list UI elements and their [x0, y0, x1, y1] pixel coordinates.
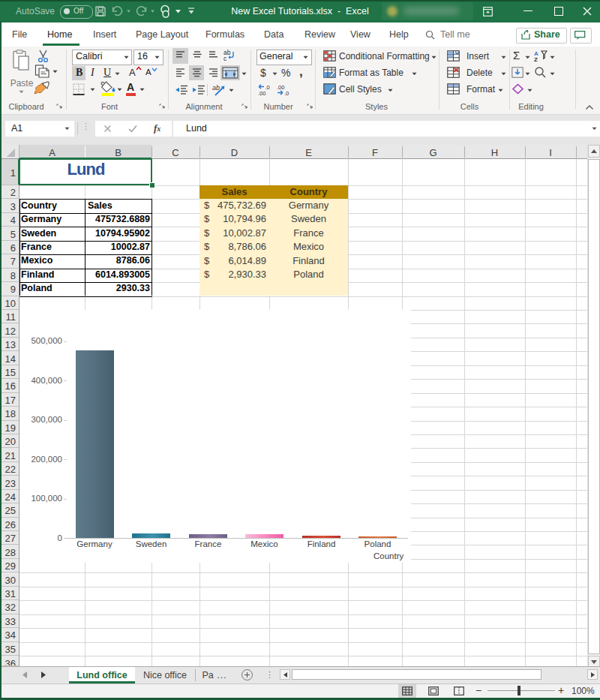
- svg-text:ab: ab: [212, 84, 220, 92]
- svg-text:.00: .00: [277, 84, 284, 91]
- svg-text:Z: Z: [534, 56, 538, 62]
- svg-text:.00: .00: [258, 90, 266, 96]
- svg-text:.0: .0: [284, 90, 289, 96]
- svg-text:.0: .0: [266, 84, 270, 91]
